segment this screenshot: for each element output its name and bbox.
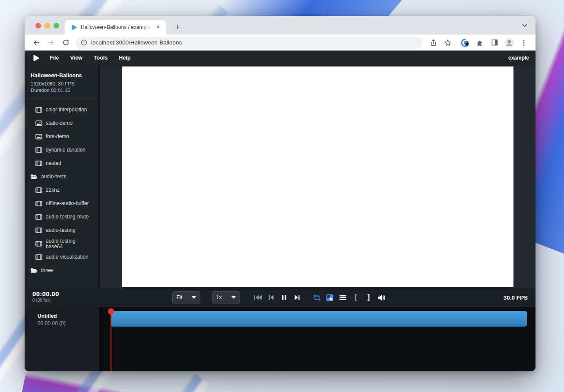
film-icon	[35, 187, 42, 193]
sidebar-item-audio-testing-mute[interactable]: audio-testing-mute	[25, 210, 98, 224]
menu-tools[interactable]: Tools	[88, 55, 113, 61]
film-icon	[35, 201, 42, 206]
app-menu-bar: File View Tools Help example	[25, 51, 535, 65]
compositions-sidebar: Halloween-Balloons 1920x1080, 30 FPS Dur…	[25, 65, 100, 288]
sidebar-item-22khz[interactable]: 22khz	[25, 183, 98, 197]
timeline-lane	[101, 307, 535, 371]
address-bar[interactable]: localhost:3000/Halloween-Balloons	[76, 37, 422, 49]
sidebar-item-audio-visualization[interactable]: audio-visualization	[25, 250, 98, 264]
folder-open-icon	[30, 268, 38, 273]
chevron-down-icon	[192, 296, 196, 299]
track-name: Untitled	[38, 313, 95, 319]
timeline-panel: Untitled 00:00.00 (0)	[25, 307, 535, 371]
composition-resolution: 1920x1080, 30 FPS	[31, 81, 92, 86]
image-icon	[35, 120, 42, 126]
back-button[interactable]	[31, 37, 42, 48]
browser-tab[interactable]: Halloween-Balloons / example ×	[65, 20, 166, 35]
loop-toggle[interactable]	[311, 292, 323, 303]
url-text: localhost:3000/Halloween-Balloons	[91, 39, 182, 46]
film-icon	[35, 214, 42, 220]
folder-open-icon	[30, 174, 38, 180]
in-bracket-icon: [	[353, 293, 358, 302]
timeline-track-header: Untitled 00:00.00 (0)	[25, 307, 101, 371]
new-tab-button[interactable]: +	[171, 21, 184, 33]
zoom-window-button[interactable]	[54, 23, 59, 28]
sidebar-item-font-demo[interactable]: font-demo	[25, 130, 98, 143]
menu-view[interactable]: View	[65, 55, 88, 61]
tab-close-icon[interactable]: ×	[154, 23, 162, 31]
tab-strip: Halloween-Balloons / example × +	[25, 16, 535, 35]
track-info: 00:00.00 (0)	[38, 320, 95, 326]
sidebar-item-dynamic-duration[interactable]: dynamic-duration	[25, 143, 98, 157]
film-icon	[35, 241, 42, 247]
film-icon	[35, 228, 42, 233]
transparency-checkerboard-toggle[interactable]	[324, 292, 336, 303]
composition-canvas[interactable]	[122, 66, 513, 287]
traffic-lights	[35, 23, 59, 28]
next-frame-button[interactable]	[292, 292, 303, 303]
sidebar-item-static-demo[interactable]: static-demo	[25, 117, 98, 130]
bookmark-star-icon[interactable]	[442, 37, 453, 48]
main-area: Halloween-Balloons 1920x1080, 30 FPS Dur…	[25, 65, 535, 288]
remotion-favicon	[71, 24, 77, 31]
current-time: 00:00.00	[32, 290, 59, 297]
toolbar-actions	[426, 37, 531, 48]
current-frame: 0 (30 fps)	[32, 298, 59, 303]
side-panel-icon[interactable]	[489, 37, 500, 48]
chevron-down-icon	[231, 296, 236, 299]
composition-list: color-interpolation static-demo font-dem…	[25, 99, 98, 288]
sidebar-item-nested[interactable]: nested	[25, 157, 98, 170]
reload-button[interactable]	[60, 37, 71, 48]
browser-window: Halloween-Balloons / example × + localho…	[25, 16, 535, 371]
film-icon	[35, 254, 42, 260]
playhead-line[interactable]	[111, 309, 111, 371]
playback-controls-bar: 00:00.00 0 (30 fps) Fit 1x	[25, 288, 535, 307]
skip-to-start-button[interactable]	[253, 292, 264, 303]
menu-file[interactable]: File	[44, 55, 65, 61]
remotion-logo-icon	[32, 54, 40, 62]
site-info-icon[interactable]	[81, 39, 87, 46]
fps-display: 30.0 FPS	[504, 294, 528, 301]
image-icon	[35, 134, 42, 139]
size-dropdown[interactable]: Fit	[172, 291, 200, 303]
film-icon	[35, 161, 42, 166]
sidebar-folder-three[interactable]: three	[25, 264, 98, 277]
adblock-extension-icon[interactable]	[459, 37, 471, 48]
film-icon	[35, 147, 42, 153]
profile-avatar[interactable]	[504, 37, 515, 48]
extensions-puzzle-icon[interactable]	[474, 37, 485, 48]
menu-help[interactable]: Help	[113, 55, 136, 61]
project-badge: example	[508, 55, 529, 61]
composition-duration: Duration 00:01.15	[31, 88, 92, 93]
browser-toolbar: localhost:3000/Halloween-Balloons	[25, 35, 535, 51]
preview-area	[100, 65, 535, 288]
share-icon[interactable]	[428, 37, 439, 48]
tab-title: Halloween-Balloons / example	[81, 24, 152, 30]
close-window-button[interactable]	[35, 23, 41, 28]
volume-button[interactable]	[376, 292, 387, 303]
composition-title: Halloween-Balloons	[31, 73, 92, 79]
sequence-bar[interactable]	[111, 311, 527, 327]
sidebar-item-audio-testing-base64[interactable]: audio-testing-base64	[25, 237, 98, 250]
browser-menu-icon[interactable]	[518, 37, 529, 48]
in-point-button[interactable]: [	[350, 292, 361, 303]
sidebar-item-color-interpolation[interactable]: color-interpolation	[25, 103, 98, 117]
pause-button[interactable]	[279, 292, 290, 303]
forward-button[interactable]	[45, 37, 57, 48]
out-bracket-icon: ]	[366, 293, 371, 302]
speed-dropdown[interactable]: 1x	[212, 291, 240, 303]
minimize-window-button[interactable]	[44, 23, 50, 28]
tab-search-chevron-icon[interactable]	[521, 22, 529, 29]
sidebar-item-audio-testing[interactable]: audio-testing	[25, 224, 98, 237]
composition-info: Halloween-Balloons 1920x1080, 30 FPS Dur…	[25, 65, 98, 99]
previous-frame-button[interactable]	[266, 292, 277, 303]
film-icon	[35, 107, 42, 113]
sidebar-item-offline-audio-buffer[interactable]: offline-audio-buffer	[25, 197, 98, 210]
timeline-rows-button[interactable]	[337, 292, 349, 303]
time-display: 00:00.00 0 (30 fps)	[32, 290, 59, 303]
out-point-button[interactable]: ]	[363, 292, 374, 303]
sidebar-folder-audio-tests[interactable]: audio-tests	[25, 170, 98, 183]
